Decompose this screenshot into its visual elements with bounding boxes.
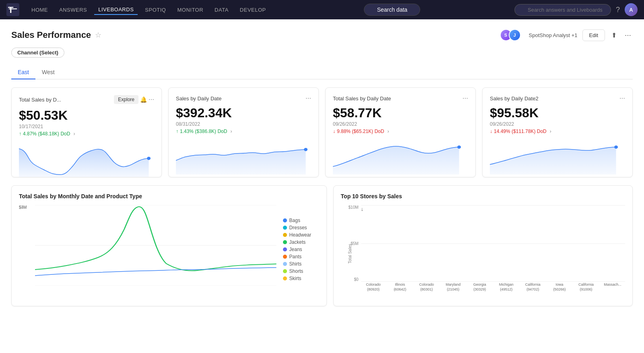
tab-west[interactable]: West xyxy=(35,66,61,79)
center-search-area: Search data xyxy=(273,4,511,16)
global-search-input[interactable] xyxy=(514,4,611,16)
card2-change-text: 1.43% ($386.8K) DoD xyxy=(180,129,227,134)
header-right: S J SpotShop Analyst +1 Edit ⬆ ⋯ xyxy=(500,29,633,41)
bar-xlabel-6: California(94702) xyxy=(520,282,545,298)
svg-point-5 xyxy=(457,145,461,149)
legend-label-skirts: Skirts xyxy=(289,276,301,281)
bottom-row: Total Sales by Monthly Date and Product … xyxy=(11,185,633,306)
card2-value: $392.34K xyxy=(176,106,311,120)
collaborators-avatars: S J xyxy=(500,29,521,41)
svg-point-3 xyxy=(147,157,151,160)
legend-pants: Pants xyxy=(283,254,319,260)
page-title: Sales Performance xyxy=(11,30,91,40)
legend-jackets: Jackets xyxy=(283,239,319,245)
card1-actions: Explore 🔔 ⋯ xyxy=(114,95,154,104)
y-label-3m: $3M xyxy=(19,205,27,210)
legend-label-pants: Pants xyxy=(289,254,302,260)
monthly-sales-title: Total Sales by Monthly Date and Product … xyxy=(19,193,319,199)
legend-label-jackets: Jackets xyxy=(289,239,306,245)
line-chart-with-legend: $4M $3M xyxy=(19,205,319,294)
card-sales-daily-date2: Sales by Daily Date2 ⋯ $95.58K 09/26/202… xyxy=(482,87,633,177)
card3-more-icon[interactable]: ⋯ xyxy=(462,95,468,102)
card4-header: Sales by Daily Date2 ⋯ xyxy=(490,95,625,102)
legend-dot-shorts xyxy=(283,269,287,273)
app-logo[interactable]: T xyxy=(6,3,19,16)
collaborator-avatar-2[interactable]: J xyxy=(509,29,521,41)
card1-header: Total Sales by D... Explore 🔔 ⋯ xyxy=(19,95,154,104)
edit-button[interactable]: Edit xyxy=(582,29,605,41)
card2-change: ↑ 1.43% ($386.8K) DoD › xyxy=(176,129,311,134)
bar-x-labels: Colorado(80920) Illinois(60642) Colorado… xyxy=(361,282,625,298)
title-wrap: Sales Performance ☆ xyxy=(11,30,101,40)
monthly-sales-card: Total Sales by Monthly Date and Product … xyxy=(11,185,327,306)
card3-date: 09/26/2022 xyxy=(333,121,468,127)
legend-skirts: Skirts xyxy=(283,276,319,281)
card1-more-icon[interactable]: ⋯ xyxy=(149,96,154,103)
card4-value: $95.58K xyxy=(490,106,625,120)
card4-change: ↓ 14.49% ($111.78K) DoD › xyxy=(490,129,625,134)
chart-legend: Bags Dresses Headwear Jackets xyxy=(283,205,319,294)
card1-explore-button[interactable]: Explore xyxy=(114,95,138,104)
bar-xlabel-2: Colorado(80301) xyxy=(414,282,439,298)
card1-chevron: › xyxy=(73,131,75,137)
card1-alert-icon[interactable]: 🔔 xyxy=(140,96,147,103)
nav-home[interactable]: HOME xyxy=(27,5,52,15)
search-wrap: 🔍 xyxy=(514,4,611,16)
more-options-icon[interactable]: ⋯ xyxy=(623,30,633,41)
y-label-10m: $10M xyxy=(341,205,359,210)
nav-data[interactable]: DATA xyxy=(211,5,233,15)
nav-liveboards[interactable]: LIVEBOARDS xyxy=(94,5,138,15)
legend-shirts: Shirts xyxy=(283,261,319,267)
help-icon[interactable]: ? xyxy=(616,6,620,14)
tab-east[interactable]: East xyxy=(11,66,35,79)
legend-shorts: Shorts xyxy=(283,268,319,274)
favorite-icon[interactable]: ☆ xyxy=(95,31,101,39)
top-stores-title: Top 10 Stores by Sales xyxy=(341,193,625,199)
share-icon[interactable]: ⬆ xyxy=(610,30,618,41)
analyst-label: SpotShop Analyst +1 xyxy=(529,32,578,38)
card4-chevron: › xyxy=(550,129,551,134)
legend-label-shorts: Shorts xyxy=(289,268,303,274)
y-label-0: $0 xyxy=(341,277,359,282)
legend-label-headwear: Headwear xyxy=(289,232,312,238)
search-data-button[interactable]: Search data xyxy=(364,4,420,16)
card4-actions: ⋯ xyxy=(619,95,625,102)
line-chart-svg xyxy=(35,205,277,286)
legend-jeans: Jeans xyxy=(283,247,319,252)
card4-change-arrow: ↓ xyxy=(490,129,492,134)
card2-more-icon[interactable]: ⋯ xyxy=(305,95,311,102)
top-stores-card: Top 10 Stores by Sales $10M $5M $0 Total… xyxy=(333,185,633,306)
sort-icon[interactable]: ↓ xyxy=(361,206,364,212)
card2-chevron: › xyxy=(230,129,232,134)
card3-chevron: › xyxy=(387,129,389,134)
bar-xlabel-3: Maryland(21045) xyxy=(441,282,466,298)
legend-label-shirts: Shirts xyxy=(289,261,302,267)
channel-filter-chip[interactable]: Channel (Select) xyxy=(11,48,64,58)
legend-dot-skirts xyxy=(283,276,287,280)
nav-spotiq[interactable]: SPOTIQ xyxy=(141,5,170,15)
main-content: Sales Performance ☆ S J SpotShop Analyst… xyxy=(0,19,644,353)
legend-dresses: Dresses xyxy=(283,225,319,230)
card4-more-icon[interactable]: ⋯ xyxy=(619,95,625,102)
card4-date: 09/26/2022 xyxy=(490,121,625,127)
legend-headwear: Headwear xyxy=(283,232,319,238)
nav-monitor[interactable]: MONITOR xyxy=(173,5,207,15)
card3-chart xyxy=(333,138,468,174)
legend-dot-headwear xyxy=(283,233,287,237)
filter-select: (Select) xyxy=(39,50,58,56)
bar-xlabel-4: Georgia(30329) xyxy=(467,282,492,298)
card2-chart xyxy=(176,138,311,174)
card-total-sales-daily: Total Sales by Daily Date ⋯ $58.77K 09/2… xyxy=(325,87,476,177)
legend-dot-bags xyxy=(283,218,287,222)
user-avatar[interactable]: A xyxy=(625,3,638,16)
card-total-sales-d: Total Sales by D... Explore 🔔 ⋯ $50.53K … xyxy=(11,87,162,177)
card1-change-arrow: ↑ xyxy=(19,131,21,137)
legend-dot-dresses xyxy=(283,226,287,230)
nav-develop[interactable]: DEVELOP xyxy=(236,5,270,15)
card3-title: Total Sales by Daily Date xyxy=(333,96,391,102)
card2-actions: ⋯ xyxy=(305,95,311,102)
nav-answers[interactable]: ANSWERS xyxy=(55,5,91,15)
bar-chart-bars xyxy=(361,205,625,282)
card1-change: ↑ 4.87% ($48.18K) DoD › xyxy=(19,131,154,137)
legend-label-dresses: Dresses xyxy=(289,225,307,230)
